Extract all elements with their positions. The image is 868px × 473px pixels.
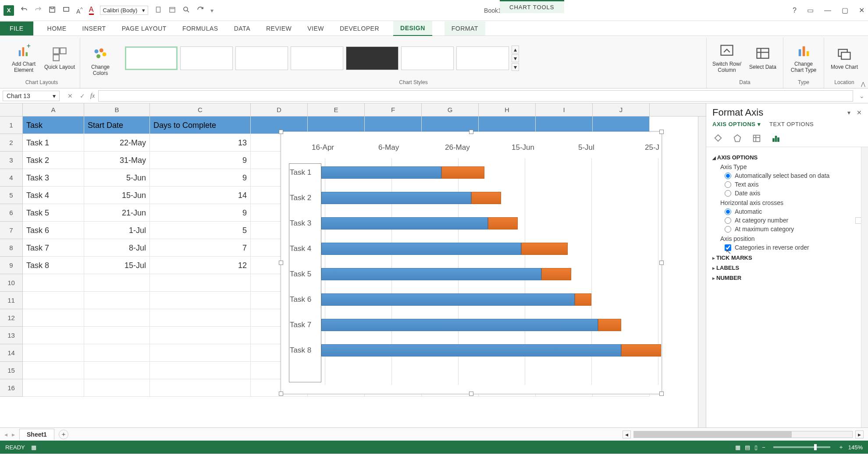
chart-resize-handle[interactable] — [659, 130, 664, 134]
column-header[interactable]: C — [150, 103, 251, 116]
row-header[interactable]: 7 — [0, 222, 23, 239]
row-header[interactable]: 4 — [0, 169, 23, 187]
cell[interactable]: 15-Jul — [84, 257, 150, 274]
row-header[interactable]: 15 — [0, 362, 23, 379]
cell[interactable]: 21-Jun — [84, 204, 150, 222]
row-header[interactable]: 10 — [0, 274, 23, 292]
tab-review[interactable]: REVIEW — [264, 22, 293, 35]
chart-bar-segment-duration[interactable] — [471, 192, 501, 204]
tab-home[interactable]: HOME — [46, 22, 68, 35]
row-header[interactable]: 3 — [0, 152, 23, 169]
column-header[interactable]: F — [365, 103, 422, 116]
cell[interactable]: Task 6 — [23, 222, 84, 239]
help-icon[interactable]: ? — [793, 7, 797, 14]
page-break-view-icon[interactable]: ▯ — [754, 444, 758, 451]
cell[interactable] — [23, 379, 84, 397]
row-header[interactable]: 8 — [0, 239, 23, 257]
cell[interactable] — [23, 344, 84, 362]
cell[interactable] — [150, 327, 251, 344]
row-header[interactable]: 5 — [0, 187, 23, 204]
column-header[interactable]: H — [479, 103, 536, 116]
font-size-icon[interactable]: A^ — [76, 6, 83, 15]
macro-record-icon[interactable]: ▦ — [31, 444, 36, 451]
collapse-ribbon-icon[interactable]: ⋀ — [861, 81, 865, 87]
cell[interactable] — [84, 362, 150, 379]
cell[interactable]: Task 4 — [23, 187, 84, 204]
qat-customize-icon[interactable]: ▾ — [210, 7, 213, 14]
add-chart-element-button[interactable]: + Add Chart Element — [8, 43, 39, 73]
redo-icon[interactable] — [34, 6, 42, 15]
axis-options-icon[interactable] — [770, 133, 782, 144]
chart-resize-handle[interactable] — [279, 130, 283, 134]
row-header[interactable]: 16 — [0, 379, 23, 397]
chart-bar-segment-duration[interactable] — [521, 243, 568, 255]
radio-auto-select[interactable]: Automatically select based on data — [725, 172, 862, 179]
column-header[interactable]: J — [593, 103, 650, 116]
fill-line-icon[interactable] — [712, 133, 724, 144]
column-header[interactable]: E — [308, 103, 365, 116]
row-header[interactable]: 6 — [0, 204, 23, 222]
cell[interactable]: 12 — [150, 257, 251, 274]
change-chart-type-button[interactable]: Change Chart Type — [788, 43, 819, 73]
column-header[interactable]: I — [536, 103, 593, 116]
section-tick-marks[interactable]: TICK MARKS — [712, 254, 862, 261]
cell[interactable]: Task 1 — [23, 134, 84, 152]
accept-formula-icon[interactable]: ✓ — [80, 92, 85, 99]
styles-scroll-up-icon[interactable]: ▴ — [512, 46, 519, 53]
cell[interactable] — [84, 379, 150, 397]
cell[interactable] — [23, 309, 84, 327]
select-all-corner[interactable] — [0, 103, 23, 116]
column-header[interactable]: G — [422, 103, 479, 116]
chart-resize-handle[interactable] — [469, 130, 473, 134]
radio-at-category-number[interactable]: At category number — [725, 217, 862, 224]
tab-formulas[interactable]: FORMULAS — [181, 22, 220, 35]
cell[interactable]: Task 8 — [23, 257, 84, 274]
tab-format[interactable]: FORMAT — [445, 21, 485, 35]
radio-at-max-category[interactable]: At maximum category — [725, 226, 862, 233]
tab-page-layout[interactable]: PAGE LAYOUT — [120, 22, 168, 35]
change-colors-button[interactable]: Change Colors — [85, 46, 116, 76]
cell[interactable] — [23, 292, 84, 309]
hscroll-right-icon[interactable]: ▸ — [855, 431, 864, 438]
effects-icon[interactable] — [732, 133, 743, 144]
zoom-in-icon[interactable]: ＋ — [838, 443, 844, 451]
name-box[interactable]: Chart 13 ▾ — [3, 91, 60, 101]
row-header[interactable]: 2 — [0, 134, 23, 152]
chart-style-5[interactable] — [346, 46, 398, 70]
ribbon-display-icon[interactable]: ▭ — [807, 6, 814, 14]
paste-icon[interactable] — [154, 6, 162, 15]
cell[interactable] — [23, 327, 84, 344]
chart-style-1[interactable] — [125, 46, 178, 70]
cell[interactable]: 9 — [150, 169, 251, 187]
chart-resize-handle[interactable] — [659, 261, 664, 265]
cell[interactable]: Task — [23, 116, 84, 134]
chart-bar-segment-start[interactable] — [321, 217, 488, 229]
chart-style-7[interactable] — [456, 46, 509, 70]
cell[interactable]: 14 — [150, 187, 251, 204]
cell[interactable] — [150, 379, 251, 397]
minimize-icon[interactable]: — — [824, 7, 831, 14]
row-header[interactable]: 11 — [0, 292, 23, 309]
zoom-slider[interactable] — [773, 446, 830, 448]
chart-bar-segment-start[interactable] — [321, 268, 541, 280]
cell[interactable]: 31-May — [84, 152, 150, 169]
chart-style-4[interactable] — [291, 46, 343, 70]
cell[interactable]: 8-Jul — [84, 239, 150, 257]
cell[interactable] — [84, 292, 150, 309]
chart-bar-segment-duration[interactable] — [575, 293, 591, 306]
chart-resize-handle[interactable] — [659, 392, 664, 396]
font-color-icon[interactable]: A — [89, 6, 94, 15]
close-pane-icon[interactable]: ✕ — [857, 109, 862, 116]
undo-icon[interactable] — [20, 6, 28, 15]
pane-tab-axis-options[interactable]: AXIS OPTIONS ▾ — [712, 121, 761, 127]
tab-file[interactable]: FILE — [0, 21, 33, 35]
chart-bar-segment-duration[interactable] — [441, 166, 485, 179]
cell[interactable] — [84, 327, 150, 344]
tab-insert[interactable]: INSERT — [81, 22, 108, 35]
sheet-nav-next-icon[interactable]: ▸ — [12, 431, 15, 438]
chart-bar-segment-duration[interactable] — [488, 217, 518, 229]
cell[interactable]: 1-Jul — [84, 222, 150, 239]
cell[interactable]: 7 — [150, 239, 251, 257]
chart-resize-handle[interactable] — [279, 261, 283, 265]
cell[interactable] — [150, 292, 251, 309]
